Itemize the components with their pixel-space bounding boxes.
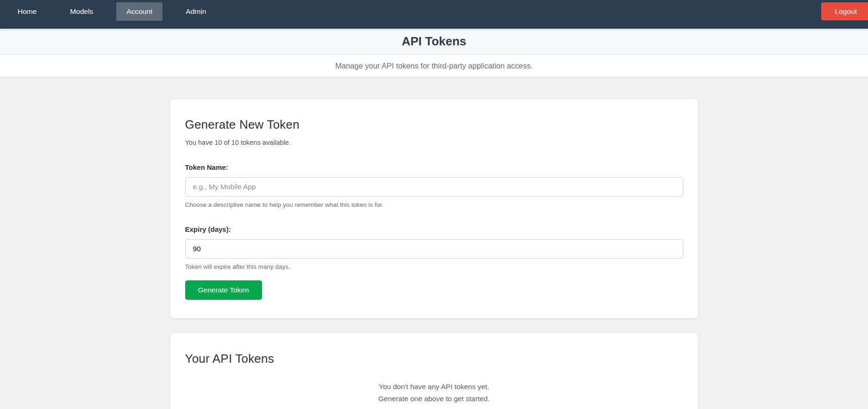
empty-state-line2: Generate one above to get started.	[185, 393, 683, 405]
generate-token-button[interactable]: Generate Token	[185, 280, 262, 300]
generate-token-heading: Generate New Token	[185, 118, 683, 132]
nav-links: Home Models Account Admin	[7, 2, 216, 21]
main-content: Generate New Token You have 10 of 10 tok…	[170, 99, 698, 409]
page-subheader: Manage your API tokens for third-party a…	[0, 55, 868, 77]
token-name-input[interactable]	[185, 177, 683, 197]
tokens-available-text: You have 10 of 10 tokens available.	[185, 139, 683, 146]
expiry-input[interactable]	[185, 239, 683, 259]
nav-item-models[interactable]: Models	[60, 2, 103, 21]
nav-item-account[interactable]: Account	[116, 2, 162, 21]
page-title: API Tokens	[402, 34, 467, 49]
expiry-help: Token will expire after this many days.	[185, 263, 683, 270]
your-tokens-heading: Your API Tokens	[185, 352, 683, 366]
token-name-help: Choose a descriptive name to help you re…	[185, 201, 683, 208]
generate-token-card: Generate New Token You have 10 of 10 tok…	[170, 99, 698, 318]
page-subtitle: Manage your API tokens for third-party a…	[335, 62, 532, 70]
token-name-label: Token Name:	[185, 163, 683, 171]
nav-item-admin[interactable]: Admin	[175, 2, 216, 21]
your-tokens-card: Your API Tokens You don't have any API t…	[170, 333, 698, 409]
top-navbar: Home Models Account Admin Logout	[0, 0, 868, 29]
page-header: API Tokens	[0, 29, 868, 55]
expiry-label: Expiry (days):	[185, 225, 683, 233]
empty-state-line1: You don't have any API tokens yet.	[185, 381, 683, 393]
tokens-empty-state: You don't have any API tokens yet. Gener…	[185, 381, 683, 404]
logout-button[interactable]: Logout	[821, 2, 868, 20]
nav-item-home[interactable]: Home	[7, 2, 47, 21]
